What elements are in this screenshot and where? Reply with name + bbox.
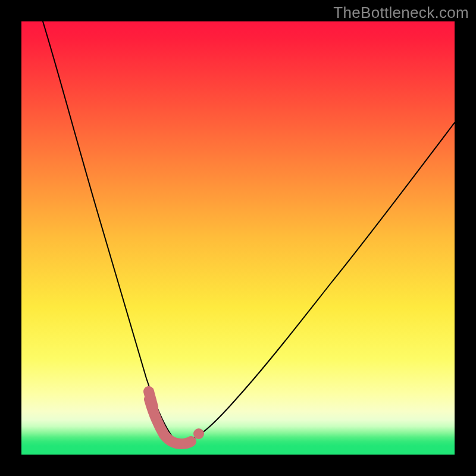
watermark-text: TheBottleneck.com [333,4,469,22]
curve-svg [21,21,455,455]
highlight-dot [193,428,204,439]
curve-left [43,21,180,441]
highlight-segment-2 [149,392,153,407]
plot-area [21,21,455,455]
chart-frame: TheBottleneck.com [0,0,476,476]
curve-right [186,123,455,441]
